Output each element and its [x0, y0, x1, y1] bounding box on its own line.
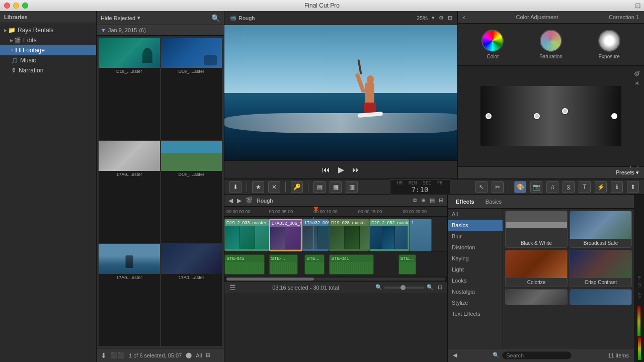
color-correct-button[interactable]: 🎨 [514, 181, 526, 193]
clip-item-1[interactable]: D19_....aster [99, 38, 160, 140]
whites-dot[interactable] [611, 113, 617, 119]
minimize-button[interactable] [13, 3, 19, 9]
transitions-button[interactable]: ⧖ [562, 181, 575, 193]
effects-category-blur[interactable]: Blur [448, 231, 503, 242]
maximize-button[interactable] [22, 3, 28, 9]
group-left-button[interactable]: ▤ [313, 181, 326, 193]
viewer-fullscreen-icon[interactable]: ⊞ [448, 15, 452, 21]
video-clip-4[interactable]: D19_028_master [329, 219, 369, 251]
timeline-grid-icon[interactable]: ⊞ [439, 197, 443, 204]
group-right-button[interactable]: ▦ [330, 181, 342, 193]
timeline-forward-icon[interactable]: ▶ [237, 197, 242, 204]
generators-button[interactable]: ⚡ [595, 181, 607, 193]
audio-clip-name: STE... [399, 255, 416, 262]
effect-item-6[interactable] [570, 289, 632, 305]
sidebar-item-music[interactable]: 🎵 Music [0, 55, 96, 65]
audio-clip-5[interactable]: STE... [398, 254, 416, 275]
import-button[interactable]: ⬇ [229, 181, 242, 193]
keywords-button[interactable]: 🔑 [291, 181, 303, 193]
grid-view-icon[interactable]: ⊞ [206, 352, 210, 358]
trim-button[interactable]: ✂ [492, 181, 504, 193]
zoom-level[interactable]: 25% [417, 15, 428, 21]
effects-tab-active[interactable]: Effects [453, 197, 477, 207]
zoom-in-icon[interactable]: 🔍 [427, 284, 434, 291]
snapshot-button[interactable]: 📷 [530, 181, 542, 193]
effects-category-keying[interactable]: Keying [448, 253, 503, 264]
effects-category-distortion[interactable]: Distortion [448, 242, 503, 253]
sidebar-item-edits[interactable]: ▶ 🎬 Edits [0, 35, 96, 45]
saturation-tab[interactable]: Saturation [539, 30, 562, 59]
clip-item-4[interactable]: D19_....aster [161, 141, 222, 243]
effect-crisp-contrast[interactable]: Crisp Contrast [570, 250, 632, 287]
effects-category-all[interactable]: All [448, 209, 503, 220]
go-to-end-button[interactable]: ⏭ [352, 165, 360, 174]
midtones-dot[interactable] [534, 113, 540, 119]
effects-category-text-effects[interactable]: Text Effects [448, 308, 503, 319]
import-icon[interactable]: ⬇ [101, 351, 107, 359]
select-tool-button[interactable]: ↖ [475, 181, 488, 193]
scrollbar-thumb[interactable] [226, 278, 314, 281]
video-clip-2[interactable]: 17A032_006_master [269, 219, 302, 251]
zoom-dropdown-icon[interactable]: ▾ [432, 15, 435, 21]
sidebar-item-footage[interactable]: ▼ 🎞 Footage [0, 45, 96, 55]
share-button[interactable]: ⬆ [627, 181, 639, 193]
close-button[interactable] [4, 3, 10, 9]
timeline-options-icon[interactable]: ▤ [430, 197, 435, 204]
sidebar-item-narration[interactable]: 🎙 Narration [0, 65, 96, 75]
fit-button[interactable]: ⊡ [438, 284, 442, 291]
video-clip-3[interactable]: 17A032_005_master [302, 219, 329, 251]
music-button[interactable]: ♫ [546, 181, 558, 193]
clip-item-5[interactable]: 17A0....aster [99, 244, 160, 346]
resize-icon[interactable]: ⊡ [635, 2, 641, 10]
inspector-toggle-button[interactable]: ℹ [611, 181, 623, 193]
exposure-tab[interactable]: Exposure [598, 30, 620, 59]
audio-clip-3[interactable]: STE... [304, 254, 325, 275]
back-icon[interactable]: ‹ [463, 13, 465, 21]
zoom-slider-thumb[interactable] [400, 285, 406, 290]
effect-item-5[interactable] [505, 289, 568, 305]
zoom-out-icon[interactable]: 🔍 [375, 284, 382, 291]
clip-item-3[interactable]: 17A0....aster [99, 141, 160, 243]
video-track: D19_2_033_master 17A032_006_master [224, 217, 447, 252]
audio-clip-4[interactable]: STE-041 [329, 254, 374, 275]
magnetic-timeline-icon[interactable]: ⧉ [413, 197, 417, 204]
list-view-icon[interactable]: ☰ [229, 284, 236, 292]
text-button[interactable]: T [579, 181, 591, 193]
filter-dropdown[interactable]: Hide Rejected ▾ [101, 15, 140, 21]
effects-category-light[interactable]: Light [448, 264, 503, 275]
effect-broadcast-safe[interactable]: Broadcast Safe [570, 211, 632, 248]
color-tab[interactable]: Color [481, 30, 504, 59]
go-to-start-button[interactable]: ⏮ [322, 165, 330, 174]
effects-category-stylize[interactable]: Stylize [448, 297, 503, 308]
view-all-label[interactable]: All [196, 352, 202, 358]
audio-clip-2[interactable]: STE-... [269, 254, 298, 275]
star-button[interactable]: ★ [252, 181, 264, 193]
play-button[interactable]: ▶ [338, 165, 344, 174]
timeline-zoom-icon[interactable]: ⊕ [421, 197, 426, 204]
effect-black-white[interactable]: Black & White [505, 211, 568, 248]
effect-colorize[interactable]: Colorize [505, 250, 568, 287]
shadows-dot[interactable] [486, 113, 492, 119]
sequence-name-label: Rough [257, 198, 273, 204]
effects-category-nostalgia[interactable]: Nostalgia [448, 286, 503, 297]
audio-clip-1[interactable]: STE-041 [224, 254, 265, 275]
effects-category-looks[interactable]: Looks [448, 275, 503, 286]
effects-sidebar-toggle[interactable]: ◀ [453, 352, 457, 358]
sidebar-item-rays-rentals[interactable]: ▶ 📁 Rays Rentals [0, 25, 96, 35]
horizontal-scrollbar[interactable] [224, 277, 447, 281]
effects-tab-basics[interactable]: Basics [482, 197, 505, 207]
effects-category-basics[interactable]: Basics [448, 220, 503, 231]
timecode-display[interactable]: HRMINSECFR 7:10 [390, 179, 450, 195]
effects-search-input[interactable] [502, 351, 572, 360]
browser-search-icon[interactable]: 🔍 [211, 14, 220, 22]
clip-item-6[interactable]: 17A0....aster [161, 244, 222, 346]
timeline-back-icon[interactable]: ◀ [228, 197, 233, 204]
highlights-dot[interactable] [562, 108, 568, 114]
clip-item-2[interactable]: D19_....aster [161, 38, 222, 140]
group-button-3[interactable]: ▥ [346, 181, 358, 193]
video-clip-5[interactable]: D19_2_052_master [369, 219, 410, 251]
video-clip-6[interactable]: 1... [410, 219, 432, 251]
reject-button[interactable]: ✕ [268, 181, 280, 193]
viewer-settings-icon[interactable]: ⚙ [439, 15, 444, 21]
video-clip-1[interactable]: D19_2_033_master [224, 219, 269, 251]
